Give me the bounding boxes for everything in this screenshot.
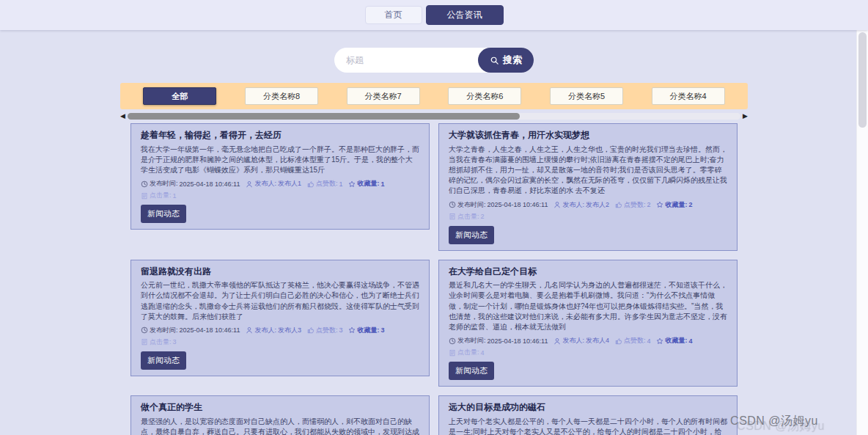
- likes-value: 1: [339, 180, 342, 188]
- scroll-right-arrow-icon[interactable]: ▶: [743, 113, 748, 120]
- search-wrap: 搜索: [334, 48, 534, 73]
- news-card[interactable]: 远大的目标是成功的磁石 上天对每个老实人都是公平的，每个人每一天都是二十四个小时…: [438, 395, 738, 435]
- card-meta: 发布时间: 2025-04-18 10:46:11 发布人: 发布人1 点赞数:…: [141, 179, 419, 189]
- horizontal-scrollbar: ◀ ▶: [120, 112, 748, 120]
- vertical-scrollbar[interactable]: [856, 30, 868, 435]
- clock-icon: [449, 201, 456, 208]
- publisher: 发布人: 发布人2: [553, 200, 609, 210]
- category-button-0[interactable]: 全部: [143, 87, 216, 105]
- news-card[interactable]: 做个真正的学生 最坚强的人，是以宽容的态度面对自己缺点的人，而懦弱的人，则不敢面…: [130, 395, 430, 435]
- favorites-value: 3: [380, 326, 384, 334]
- category-button-3[interactable]: 分类名称6: [448, 87, 521, 105]
- publisher-label: 发布人:: [562, 336, 584, 346]
- scrollbar-track[interactable]: [128, 113, 740, 120]
- clipboard-icon: [141, 192, 148, 200]
- thumbs-up-icon: [615, 337, 622, 345]
- publisher-label: 发布人:: [254, 326, 276, 335]
- publish-time-label: 发布时间:: [150, 326, 178, 335]
- category-button-2[interactable]: 分类名称7: [347, 87, 420, 105]
- card-body: 我在大学一年级第一年，毫无悬念地把自己吃成了一个胖子。不是那种巨大的胖子，而是介…: [141, 145, 419, 176]
- clicks-value: 1: [173, 192, 177, 200]
- category-button-5[interactable]: 分类名称4: [652, 87, 725, 105]
- search-button-label: 搜索: [503, 54, 522, 67]
- clicks-value: 3: [173, 338, 177, 346]
- publish-time-value: 2025-04-18 10:46:11: [488, 337, 548, 345]
- publish-time: 发布时间: 2025-04-18 10:46:11: [141, 179, 240, 189]
- likes-label: 点赞数:: [316, 179, 338, 189]
- publisher-value: 发布人2: [586, 200, 609, 210]
- likes-value: 2: [647, 201, 650, 208]
- search-button[interactable]: 搜索: [478, 48, 534, 73]
- card-clicks: 点击量: 4: [449, 348, 727, 357]
- card-category-button[interactable]: 新闻动态: [449, 226, 494, 244]
- star-icon: [348, 326, 356, 334]
- clicks-value: 2: [481, 213, 485, 220]
- favorites-label: 收藏量:: [665, 200, 687, 210]
- likes-value: 4: [647, 337, 650, 345]
- favorites-value: 2: [688, 201, 692, 208]
- clipboard-icon: [449, 349, 456, 357]
- publish-time: 发布时间: 2025-04-18 10:46:11: [449, 336, 548, 346]
- search-bar: 搜索: [0, 30, 868, 73]
- publish-time-value: 2025-04-18 10:46:11: [180, 180, 240, 188]
- clicks-value: 4: [481, 349, 485, 357]
- favorites: 收藏量: 4: [656, 336, 692, 346]
- thumbs-up-icon: [615, 201, 622, 208]
- clicks-label: 点击量:: [457, 212, 479, 222]
- clock-icon: [141, 180, 148, 188]
- category-button-1[interactable]: 分类名称8: [245, 87, 318, 105]
- card-body: 大学之青春，人生之春，人生之王，人生之华也，宝贵的时光我们理当去珍惜。然而，当我…: [449, 145, 727, 197]
- favorites-value: 1: [380, 180, 384, 188]
- favorites: 收藏量: 3: [348, 326, 384, 335]
- publisher-value: 发布人3: [278, 326, 301, 335]
- clicks-label: 点击量:: [457, 348, 479, 357]
- news-card[interactable]: 趁着年轻，输得起，看得开，去经历 我在大学一年级第一年，毫无悬念地把自己吃成了一…: [130, 123, 430, 230]
- card-title: 留退路就没有出路: [141, 266, 419, 278]
- likes-label: 点赞数:: [624, 336, 646, 346]
- publish-time: 发布时间: 2025-04-18 10:46:11: [141, 326, 240, 335]
- publisher-label: 发布人:: [254, 179, 276, 189]
- tab-announcements[interactable]: 公告资讯: [426, 5, 504, 25]
- news-card[interactable]: 留退路就没有出路 公元前一世纪，凯撒大帝率领他的军队抵达了英格兰，他决心要赢得这…: [130, 260, 430, 376]
- vertical-scrollbar-thumb[interactable]: [858, 32, 867, 128]
- top-nav: 首页 公告资讯: [0, 0, 868, 30]
- scrollbar-thumb[interactable]: [128, 113, 520, 120]
- category-button-4[interactable]: 分类名称5: [550, 87, 623, 105]
- thumbs-up-icon: [307, 180, 315, 188]
- clicks-label: 点击量:: [150, 337, 172, 347]
- card-title: 在大学给自己定个目标: [449, 266, 727, 278]
- card-meta: 发布时间: 2025-04-18 10:46:11 发布人: 发布人4 点赞数:…: [449, 336, 727, 346]
- scroll-left-arrow-icon[interactable]: ◀: [120, 113, 125, 120]
- card-meta: 发布时间: 2025-04-18 10:46:11 发布人: 发布人2 点赞数:…: [449, 200, 727, 210]
- publisher: 发布人: 发布人4: [553, 336, 609, 346]
- publisher-value: 发布人1: [278, 179, 301, 189]
- user-icon: [246, 326, 253, 334]
- publisher: 发布人: 发布人1: [246, 179, 301, 189]
- clipboard-icon: [141, 338, 148, 346]
- search-icon: [490, 56, 499, 65]
- card-clicks: 点击量: 2: [449, 212, 727, 222]
- category-bar: 全部分类名称8分类名称7分类名称6分类名称5分类名称4: [120, 83, 748, 109]
- card-body: 最坚强的人，是以宽容的态度面对自己缺点的人，而懦弱的人，则不敢面对自己的缺点，最…: [141, 417, 419, 435]
- watermark: CSDN @汤姆yu: [730, 414, 818, 429]
- nav-tabs: 首页 公告资讯: [365, 5, 504, 25]
- news-card[interactable]: 在大学给自己定个目标 最近和几名大一的学生聊天，几名同学认为身边的人普遍都很迷茫…: [438, 260, 738, 387]
- star-icon: [656, 337, 663, 345]
- publisher-value: 发布人4: [586, 336, 609, 346]
- favorites: 收藏量: 2: [656, 200, 692, 210]
- card-category-button[interactable]: 新闻动态: [141, 351, 186, 370]
- likes: 点赞数: 4: [615, 336, 651, 346]
- user-icon: [246, 180, 253, 188]
- clipboard-icon: [449, 213, 456, 220]
- publish-time-label: 发布时间:: [150, 179, 178, 189]
- clock-icon: [449, 337, 456, 345]
- news-card[interactable]: 大学就该抓住青春，用汗水实现梦想 大学之青春，人生之春，人生之王，人生之华也，宝…: [438, 123, 738, 251]
- card-body: 上天对每个老实人都是公平的，每个人每一天都是二十四个小时，每个人的所有时间都是一…: [449, 417, 727, 435]
- card-category-button[interactable]: 新闻动态: [449, 362, 494, 380]
- clicks-label: 点击量:: [150, 191, 172, 200]
- tab-home[interactable]: 首页: [365, 6, 422, 24]
- card-title: 做个真正的学生: [141, 402, 419, 414]
- user-icon: [553, 337, 561, 345]
- publish-time-value: 2025-04-18 10:46:11: [180, 326, 240, 334]
- card-category-button[interactable]: 新闻动态: [141, 205, 186, 223]
